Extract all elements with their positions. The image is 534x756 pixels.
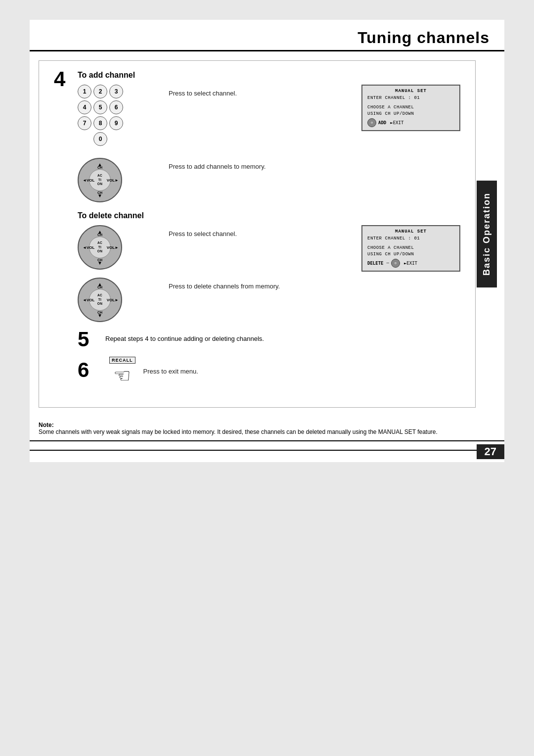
screen2-exit-label: ►EXIT — [404, 261, 417, 266]
screen1-line1: ENTER CHANNEL : 01 — [367, 95, 454, 100]
numpad: 1 2 3 4 5 6 7 8 9 0 — [78, 85, 157, 146]
jog-wheel-add: ▲ CH ◄VOL ACTION VOL► CH ▼ — [78, 158, 122, 202]
add-screen-1: MANUAL SET ENTER CHANNEL : 01 CHOOSE A C… — [361, 85, 460, 131]
jog-action-label-add: ACTION — [97, 174, 102, 186]
jog-ch-top-d1: CH — [97, 233, 102, 236]
screen1-title: MANUAL SET — [367, 89, 454, 94]
add-channel-section: To add channel 1 2 3 4 5 6 — [78, 71, 460, 202]
jog-vol-right-d1: VOL► — [107, 245, 119, 250]
key-1[interactable]: 1 — [78, 85, 91, 98]
key-9[interactable]: 9 — [109, 116, 123, 130]
screen1-line2: CHOOSE A CHANNEL — [367, 105, 454, 110]
key-5[interactable]: 5 — [93, 100, 107, 114]
screen2-action-label: DELETE — [367, 261, 384, 266]
jog-vol-right-add: VOL► — [107, 178, 119, 183]
content-wrapper: 4 To add channel 1 2 3 — [30, 51, 504, 417]
right-sidebar: Basic Operation — [476, 60, 497, 408]
jog-outer-delete-1: ▲ CH ◄VOL ACTION VOL► CH ▼ — [78, 225, 122, 270]
delete-instruction-2-area: Press to delete channels from memory. — [169, 278, 460, 290]
note-section: Note: Some channels with very weak signa… — [30, 417, 504, 440]
step-5: 5 Repeat steps 4 to continue adding or d… — [78, 331, 460, 350]
add-jog-row: ▲ CH ◄VOL ACTION VOL► CH ▼ — [78, 158, 460, 202]
step-6-instruction: Press to exit menu. — [143, 368, 198, 375]
key-3[interactable]: 3 — [109, 85, 123, 98]
numpad-area: 1 2 3 4 5 6 7 8 9 0 — [78, 85, 157, 152]
key-4[interactable]: 4 — [78, 100, 91, 114]
recall-area: RECALL ☜ — [109, 357, 135, 385]
page-number-bar: 27 — [30, 440, 504, 462]
note-text: Some channels with very weak signals may… — [39, 428, 438, 435]
jog-arrow-down-add: ▼ — [97, 193, 102, 198]
delete-instruction-1-area: Press to select channel. — [169, 225, 350, 238]
jog-ch-top-d2: CH — [97, 285, 102, 289]
delete-jog-2-row: ▲ CH ◄VOL ACTION VOL► CH ▼ — [78, 278, 460, 322]
jog-ch-top-add: CH — [97, 166, 102, 169]
key-6[interactable]: 6 — [109, 100, 123, 114]
main-content: 4 To add channel 1 2 3 — [39, 60, 476, 408]
step-6-number: 6 — [78, 360, 101, 380]
jog-vol-left-d1: ◄VOL — [83, 245, 94, 250]
step-4-content: To add channel 1 2 3 4 5 6 — [78, 71, 460, 389]
add-instruction-2: Press to add channels to memory. — [169, 163, 266, 170]
delete-jog-1-area: ▲ CH ◄VOL ACTION VOL► CH ▼ — [78, 225, 157, 270]
screen1-action-icon: ⊙ — [367, 118, 376, 127]
add-instruction-1-area: Press to select channel. — [169, 85, 350, 97]
screen2-title: MANUAL SET — [367, 229, 454, 234]
jog-outer-delete-2: ▲ CH ◄VOL ACTION VOL► CH ▼ — [78, 278, 122, 322]
screen2-line3: USING CH UP/DOWN — [367, 252, 454, 257]
step-4-number: 4 — [54, 69, 78, 90]
key-7[interactable]: 7 — [78, 116, 91, 130]
screen2-action-row: DELETE — ⊙ ►EXIT — [367, 259, 454, 268]
jog-action-label-d1: ACTION — [97, 241, 102, 253]
add-channel-header: To add channel — [78, 71, 460, 80]
jog-vol-right-d2: VOL► — [107, 298, 119, 302]
step-5-text: Repeat steps 4 to continue adding or del… — [105, 335, 264, 342]
add-instruction-1: Press to select channel. — [169, 90, 237, 97]
screen1-action-row: ⊙ ADD ►EXIT — [367, 118, 454, 127]
screen1-line3: USING CH UP/DOWN — [367, 111, 454, 116]
step-6: 6 RECALL ☜ Press to exit menu. — [78, 357, 460, 385]
jog-arrow-down-d2: ▼ — [97, 313, 102, 318]
page-number: 27 — [477, 444, 504, 459]
jog-vol-left-add: ◄VOL — [83, 178, 94, 183]
step-4: 4 To add channel 1 2 3 — [54, 71, 460, 389]
jog-wheel-delete-2: ▲ CH ◄VOL ACTION VOL► CH ▼ — [78, 278, 122, 322]
delete-screen-2: MANUAL SET ENTER CHANNEL : 01 CHOOSE A C… — [361, 225, 460, 272]
jog-vol-left-d2: ◄VOL — [83, 298, 94, 302]
jog-outer-add: ▲ CH ◄VOL ACTION VOL► CH ▼ — [78, 158, 122, 202]
step-5-number: 5 — [78, 329, 101, 350]
add-instruction-2-area: Press to add channels to memory. — [169, 158, 460, 171]
sidebar-label: Basic Operation — [477, 181, 497, 287]
delete-channel-row1: ▲ CH ◄VOL ACTION VOL► CH ▼ — [78, 225, 460, 272]
screen2-line1: ENTER CHANNEL : 01 — [367, 236, 454, 241]
delete-instruction-1: Press to select channel. — [169, 230, 237, 237]
title-bar: Tuning channels — [30, 20, 504, 51]
screen1-exit-label: ►EXIT — [390, 120, 403, 125]
delete-jog-2-area: ▲ CH ◄VOL ACTION VOL► CH ▼ — [78, 278, 157, 322]
screen1-action-label: ADD — [378, 120, 386, 125]
jog-wheel-delete-1: ▲ CH ◄VOL ACTION VOL► CH ▼ — [78, 225, 122, 270]
jog-action-label-d2: ACTION — [97, 293, 102, 306]
page-title: Tuning channels — [357, 29, 490, 47]
jog-arrow-down-d1: ▼ — [97, 260, 102, 266]
recall-label[interactable]: RECALL — [109, 357, 135, 364]
screen2-action-icon: ⊙ — [391, 259, 400, 268]
add-channel-row1: 1 2 3 4 5 6 7 8 9 0 — [78, 85, 460, 152]
delete-instruction-2: Press to delete channels from memory. — [169, 283, 280, 290]
screen2-line2: CHOOSE A CHANNEL — [367, 245, 454, 250]
note-bold: Note: — [39, 422, 54, 428]
delete-channel-section: To delete channel ▲ CH ◄VOL — [78, 211, 460, 322]
key-0[interactable]: 0 — [93, 132, 107, 146]
key-8[interactable]: 8 — [93, 116, 107, 130]
key-2[interactable]: 2 — [93, 85, 107, 98]
hand-icon: ☜ — [113, 366, 131, 385]
delete-channel-header: To delete channel — [78, 211, 460, 220]
add-jog-area: ▲ CH ◄VOL ACTION VOL► CH ▼ — [78, 158, 157, 202]
